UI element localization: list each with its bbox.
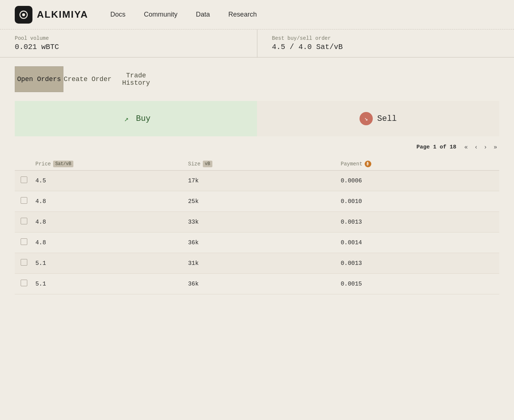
logo-area: ALKIMIYA (15, 6, 88, 24)
row-checkbox[interactable] (21, 176, 27, 183)
row-checkbox-cell[interactable] (21, 197, 35, 206)
orders-table: Price Sat/vB Size vB Payment ₿ 4.5 17k 0… (0, 158, 514, 294)
pool-volume-value: 0.021 wBTC (15, 43, 242, 51)
checkbox-col-header (21, 161, 35, 167)
size-cell: 25k (188, 198, 341, 205)
nav-data[interactable]: Data (196, 11, 210, 18)
sell-section[interactable]: ↘ Sell (257, 101, 499, 136)
row-checkbox[interactable] (21, 280, 27, 286)
price-label: Price (35, 161, 51, 167)
table-row: 4.5 17k 0.0006 (15, 171, 499, 191)
sell-label: Sell (377, 114, 397, 123)
tab-open-orders[interactable]: Open Orders (15, 66, 63, 92)
size-label: Size (188, 161, 201, 167)
price-cell: 4.8 (35, 198, 188, 205)
first-page-button[interactable]: « (462, 142, 470, 152)
best-order-block: Best buy/sell order 4.5 / 4.0 Sat/vB (257, 29, 514, 57)
price-cell: 4.8 (35, 219, 188, 225)
table-body: 4.5 17k 0.0006 4.8 25k 0.0010 4.8 33k 0.… (15, 171, 499, 294)
row-checkbox[interactable] (21, 218, 27, 224)
table-row: 4.8 25k 0.0010 (15, 191, 499, 212)
best-order-value: 4.5 / 4.0 Sat/vB (272, 43, 500, 51)
buy-label: Buy (136, 114, 151, 123)
sell-trend-icon: ↘ (360, 112, 373, 125)
size-cell: 31k (188, 260, 341, 267)
row-checkbox-cell[interactable] (21, 218, 35, 226)
pool-volume-label: Pool volume (15, 35, 242, 41)
header: ALKIMIYA Docs Community Data Research (0, 0, 514, 29)
best-order-label: Best buy/sell order (272, 35, 500, 41)
size-cell: 36k (188, 239, 341, 246)
svg-point-1 (22, 13, 25, 16)
page-info: Page 1 of 18 (417, 144, 456, 150)
payment-cell: 0.0006 (341, 178, 493, 184)
price-col-header: Price Sat/vB (35, 161, 188, 167)
price-cell: 5.1 (35, 260, 188, 267)
size-cell: 17k (188, 178, 341, 184)
payment-cell: 0.0013 (341, 219, 493, 225)
buy-sell-area: ↗ Buy ↘ Sell (15, 101, 499, 136)
price-cell: 5.1 (35, 281, 188, 287)
size-col-header: Size vB (188, 161, 341, 167)
price-cell: 4.8 (35, 239, 188, 246)
prev-page-button[interactable]: ‹ (473, 142, 479, 152)
row-checkbox[interactable] (21, 238, 27, 245)
tab-create-order[interactable]: Create Order (63, 66, 112, 92)
table-row: 4.8 33k 0.0013 (15, 212, 499, 232)
nav-research[interactable]: Research (228, 11, 257, 18)
price-unit-badge: Sat/vB (53, 161, 73, 167)
buy-section[interactable]: ↗ Buy (15, 101, 257, 136)
payment-cell: 0.0013 (341, 260, 493, 267)
payment-cell: 0.0010 (341, 198, 493, 205)
last-page-button[interactable]: » (492, 142, 499, 152)
table-header: Price Sat/vB Size vB Payment ₿ (15, 158, 499, 171)
row-checkbox-cell[interactable] (21, 176, 35, 185)
row-checkbox-cell[interactable] (21, 238, 35, 247)
table-row: 5.1 36k 0.0015 (15, 274, 499, 294)
payment-col-header: Payment ₿ (341, 161, 493, 167)
table-row: 5.1 31k 0.0013 (15, 253, 499, 274)
pool-volume-block: Pool volume 0.021 wBTC (0, 29, 257, 57)
size-cell: 36k (188, 281, 341, 287)
payment-label: Payment (341, 161, 362, 167)
price-cell: 4.5 (35, 178, 188, 184)
tabs-container: Open Orders Create Order Trade History (15, 66, 160, 92)
tabs-area: Open Orders Create Order Trade History (0, 57, 514, 92)
logo-icon (15, 6, 32, 24)
row-checkbox[interactable] (21, 197, 27, 204)
buy-trend-icon: ↗ (121, 113, 132, 124)
btc-icon: ₿ (365, 161, 371, 167)
payment-cell: 0.0014 (341, 239, 493, 246)
tab-trade-history[interactable]: Trade History (112, 66, 160, 92)
size-unit-badge: vB (203, 161, 212, 167)
row-checkbox-cell[interactable] (21, 280, 35, 288)
pagination-row: Page 1 of 18 « ‹ › » (0, 136, 514, 158)
payment-cell: 0.0015 (341, 281, 493, 287)
next-page-button[interactable]: › (482, 142, 489, 152)
row-checkbox-cell[interactable] (21, 259, 35, 267)
nav-community[interactable]: Community (144, 11, 177, 18)
nav-docs[interactable]: Docs (110, 11, 125, 18)
row-checkbox[interactable] (21, 259, 27, 266)
table-row: 4.8 36k 0.0014 (15, 232, 499, 253)
main-nav: Docs Community Data Research (110, 11, 257, 18)
stats-bar: Pool volume 0.021 wBTC Best buy/sell ord… (0, 29, 514, 57)
size-cell: 33k (188, 219, 341, 225)
logo-text: ALKIMIYA (37, 9, 88, 20)
